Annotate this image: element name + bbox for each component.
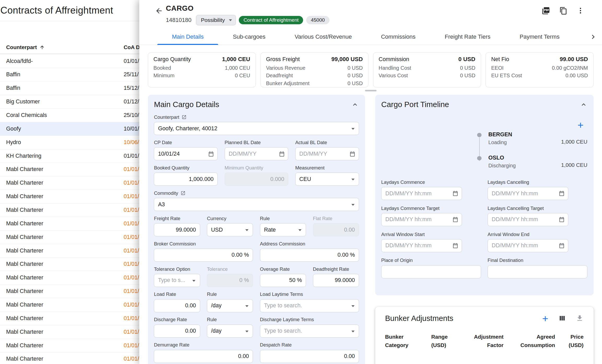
card-title: Commission xyxy=(379,56,409,63)
contract-type-badge: Contract of Affreightment xyxy=(239,16,303,24)
load-laytime-terms-placeholder: Type to search. xyxy=(264,302,302,309)
card-row-value: 0 USD xyxy=(348,80,363,87)
open-in-new-icon[interactable] xyxy=(182,115,187,120)
freight-rate-input[interactable] xyxy=(154,223,200,236)
card-row-label: Booked xyxy=(153,64,171,72)
card-row-label: Various Revenue xyxy=(266,64,305,72)
deadfreight-rate-input[interactable] xyxy=(313,274,359,287)
coa-row-counterpart: Mabl Charterer xyxy=(6,315,43,322)
place-of-origin-input[interactable] xyxy=(381,265,481,278)
laydays-commence-target-label: Laydays Commence Target xyxy=(381,206,481,211)
minimum-quantity-input xyxy=(225,173,288,186)
tab-commissions[interactable]: Commissions xyxy=(366,29,430,45)
laydays-cancelling-target-input[interactable] xyxy=(488,213,568,226)
calendar-icon[interactable] xyxy=(452,243,459,249)
columns-icon[interactable] xyxy=(558,314,566,322)
discharge-rule-value: /day xyxy=(211,328,222,334)
chevron-down-icon xyxy=(245,229,248,231)
calendar-icon[interactable] xyxy=(559,190,565,197)
chevron-down-icon xyxy=(351,204,355,206)
currency-value: USD xyxy=(211,227,223,233)
copy-icon[interactable] xyxy=(559,7,568,15)
card-title: Net Fio xyxy=(491,56,509,63)
address-commission-label: Address Commission xyxy=(260,241,359,247)
broker-commission-input[interactable] xyxy=(154,249,253,262)
calendar-icon[interactable] xyxy=(559,243,565,249)
status-select[interactable]: Possibility xyxy=(196,15,236,25)
counterpart-label: Counterpart xyxy=(154,114,359,120)
discharge-rate-input[interactable] xyxy=(154,325,200,338)
address-commission-input[interactable] xyxy=(260,249,359,262)
sort-ascending-icon[interactable] xyxy=(39,45,45,50)
arrival-window-start-input[interactable] xyxy=(381,239,462,252)
add-bunker-adjustment-button[interactable]: + xyxy=(542,314,548,322)
counterpart-select[interactable]: Goofy, Charterer, 40012 xyxy=(154,122,359,135)
calendar-icon[interactable] xyxy=(279,151,285,157)
tab-freight-rate-tiers[interactable]: Freight Rate Tiers xyxy=(430,29,505,45)
demurrage-rate-input[interactable] xyxy=(154,350,253,363)
cargo-port-timeline-section: Cargo Port Timeline + BERGEN Loading xyxy=(375,95,594,295)
counterpart-column-label: Counterpart xyxy=(6,44,37,50)
laydays-commence-target-input[interactable] xyxy=(381,213,462,226)
app-root: Contracts of Affreightment Counterpart C… xyxy=(0,0,602,364)
collapse-icon[interactable] xyxy=(351,101,359,108)
tolerance-option-select[interactable]: Type to s... xyxy=(154,274,200,287)
port-quantity: 1,000 CEU xyxy=(561,139,588,145)
card-row-label: Deadfreight xyxy=(266,72,293,79)
card-row-label: EEOI xyxy=(491,64,503,72)
summary-card-gross-freight: Gross Freight 99,000 USD Various Revenue… xyxy=(261,52,368,87)
arrival-window-end-input[interactable] xyxy=(488,239,568,252)
overage-rate-input[interactable] xyxy=(260,274,306,287)
final-destination-input[interactable] xyxy=(488,265,587,278)
port-item[interactable]: BERGEN Loading 1,000 CEU xyxy=(477,131,587,145)
laydays-commence-input[interactable] xyxy=(381,187,462,200)
calendar-icon[interactable] xyxy=(208,151,214,157)
despatch-rate-input[interactable] xyxy=(260,350,359,363)
coa-row-date: 01/01/ xyxy=(124,274,139,281)
overage-rate-label: Overage Rate xyxy=(260,266,306,272)
column-header-coa-date[interactable]: CoA D xyxy=(124,44,140,50)
commodity-select[interactable]: A3 xyxy=(154,198,359,211)
booked-quantity-input[interactable] xyxy=(154,173,218,186)
collapse-icon[interactable] xyxy=(580,101,587,108)
tab-main-details[interactable]: Main Details xyxy=(157,29,218,45)
laydays-commence-label: Laydays Commence xyxy=(381,179,481,185)
tab-payment-terms[interactable]: Payment Terms xyxy=(505,29,574,45)
tab-sub-cargoes[interactable]: Sub-cargoes xyxy=(218,29,280,45)
column-header-counterpart[interactable]: Counterpart xyxy=(6,44,45,50)
minimum-quantity-label: Minimum Quantity xyxy=(225,165,288,171)
card-row-label: Bunker Adjustment xyxy=(266,80,309,87)
laydays-cancelling-input[interactable] xyxy=(488,187,568,200)
load-laytime-terms-select[interactable]: Type to search. xyxy=(260,299,359,312)
measurement-select[interactable]: CEU xyxy=(295,173,359,186)
open-in-new-icon[interactable] xyxy=(181,191,186,196)
rule-select[interactable]: Rate xyxy=(260,223,306,236)
tab-various-cost-revenue[interactable]: Various Cost/Revenue xyxy=(280,29,366,45)
load-rate-input[interactable] xyxy=(154,299,200,312)
tabs-scroll-right-icon[interactable] xyxy=(589,33,597,43)
coa-row-date: 01/01/ xyxy=(124,193,139,200)
coa-row-date: 01/12/ xyxy=(124,98,139,105)
discharge-rule-select[interactable]: /day xyxy=(207,325,253,338)
discharge-laytime-terms-select[interactable]: Type to search. xyxy=(260,325,359,338)
cp-date-label: CP Date xyxy=(154,140,218,145)
kebab-menu-icon[interactable] xyxy=(577,7,584,14)
laydays-cancelling-label: Laydays Cancelling xyxy=(488,179,587,185)
add-port-button[interactable]: + xyxy=(577,121,583,129)
calendar-icon[interactable] xyxy=(559,216,565,223)
calendar-icon[interactable] xyxy=(452,190,459,197)
card-value: 99,000 USD xyxy=(331,56,363,63)
coa-row-counterpart: Mabl Charterer xyxy=(6,180,43,186)
back-button[interactable] xyxy=(154,7,164,16)
coa-row-date: 01/01/ xyxy=(124,288,139,295)
calendar-icon[interactable] xyxy=(452,216,459,223)
resize-handle[interactable] xyxy=(365,90,377,91)
currency-select[interactable]: USD xyxy=(207,223,253,236)
load-rule-select[interactable]: /day xyxy=(207,299,253,312)
export-pdf-icon[interactable] xyxy=(542,7,550,15)
port-item[interactable]: OSLO Discharging 1,000 CEU xyxy=(477,155,587,169)
port-timeline: BERGEN Loading 1,000 CEU OSLO Dischargin… xyxy=(477,131,587,169)
card-row-label: EU ETS Cost xyxy=(491,72,522,79)
calendar-icon[interactable] xyxy=(349,151,356,157)
download-icon[interactable] xyxy=(576,314,583,322)
